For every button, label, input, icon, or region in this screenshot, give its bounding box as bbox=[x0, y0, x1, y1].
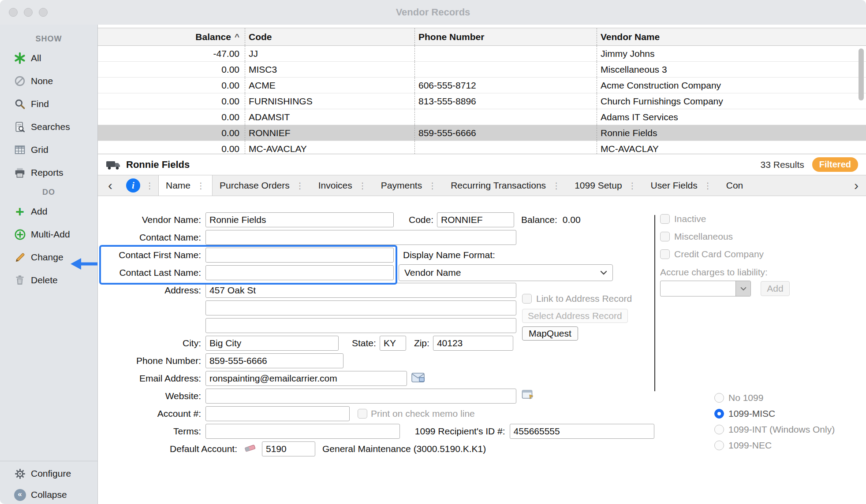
account-row: Account #: Print on check memo line bbox=[98, 405, 654, 422]
table-row[interactable]: 0.00 MC-AVACLAY MC-AVACLAY bbox=[98, 141, 866, 154]
accrue-add-button[interactable]: Add bbox=[761, 281, 790, 296]
sidebar-item-grid[interactable]: Grid bbox=[0, 138, 97, 161]
phone-input[interactable] bbox=[205, 353, 343, 368]
sidebar-item-reports[interactable]: Reports bbox=[0, 161, 97, 184]
address-line1-input[interactable] bbox=[205, 283, 516, 298]
1099-misc-row: 1099-MISC bbox=[714, 406, 835, 422]
tab-payments[interactable]: Payments ⋮ bbox=[374, 175, 444, 196]
sidebar-item-none[interactable]: None bbox=[0, 70, 97, 93]
sidebar-item-all[interactable]: All bbox=[0, 47, 97, 70]
no-1099-radio[interactable] bbox=[714, 393, 724, 403]
column-header-phone[interactable]: Phone Number bbox=[414, 28, 597, 45]
eraser-icon[interactable] bbox=[243, 443, 257, 455]
accrue-liability-label: Accrue charges to liability: bbox=[660, 266, 790, 279]
sidebar-item-delete[interactable]: Delete bbox=[0, 269, 97, 292]
contact-last-name-input[interactable] bbox=[205, 265, 394, 280]
send-email-icon[interactable] bbox=[411, 372, 425, 385]
tab-label: 1099 Setup bbox=[575, 180, 622, 191]
1099-nec-radio[interactable] bbox=[714, 441, 724, 450]
collapse-circle-icon: « bbox=[12, 488, 27, 502]
cell-phone: 813-555-8896 bbox=[414, 93, 597, 109]
sidebar-item-change[interactable]: Change bbox=[0, 246, 97, 269]
credit-card-company-checkbox[interactable] bbox=[660, 249, 670, 259]
close-button[interactable] bbox=[9, 8, 18, 17]
chevron-down-icon bbox=[600, 271, 607, 275]
print-memo-checkbox[interactable] bbox=[358, 409, 367, 419]
state-input[interactable] bbox=[380, 336, 406, 351]
filtered-badge: Filtered bbox=[812, 157, 858, 172]
tabs-scroll-right-button[interactable]: › bbox=[847, 175, 866, 196]
link-address-row: Link to Address Record bbox=[522, 292, 668, 305]
table-scrollbar[interactable] bbox=[859, 48, 864, 100]
miscellaneous-row: Miscellaneous bbox=[660, 228, 790, 245]
recipient-id-input[interactable] bbox=[510, 424, 654, 439]
tab-1099-setup[interactable]: 1099 Setup ⋮ bbox=[567, 175, 643, 196]
link-address-label: Link to Address Record bbox=[536, 293, 632, 304]
zip-input[interactable] bbox=[433, 336, 513, 351]
accrue-liability-dropdown[interactable] bbox=[660, 281, 751, 296]
mapquest-button[interactable]: MapQuest bbox=[522, 326, 578, 341]
tab-info[interactable]: i ⋮ bbox=[120, 175, 158, 196]
link-address-checkbox[interactable] bbox=[522, 294, 532, 304]
table-row[interactable]: 0.00 ACME 606-555-8712 Acme Construction… bbox=[98, 78, 866, 93]
1099-int-row: 1099-INT (Windows Only) bbox=[714, 422, 835, 437]
miscellaneous-checkbox[interactable] bbox=[660, 232, 670, 241]
tab-contacts-truncated[interactable]: Con bbox=[719, 175, 756, 196]
1099-misc-radio[interactable] bbox=[714, 409, 724, 419]
cell-phone: 606-555-8712 bbox=[414, 78, 597, 93]
account-number-input[interactable] bbox=[205, 406, 350, 421]
open-website-icon[interactable] bbox=[522, 389, 535, 403]
table-row[interactable]: 0.00 MISC3 Miscellaneous 3 bbox=[98, 62, 866, 78]
terms-input[interactable] bbox=[205, 424, 400, 439]
address-record-cluster: Link to Address Record Select Address Re… bbox=[522, 292, 668, 341]
sidebar-item-add[interactable]: + Add bbox=[0, 200, 97, 223]
tab-separator-dots: ⋮ bbox=[296, 181, 304, 191]
1099-misc-label: 1099-MISC bbox=[728, 408, 775, 419]
column-header-balance[interactable]: Balance ^ bbox=[98, 28, 245, 45]
zoom-button[interactable] bbox=[39, 8, 48, 17]
vendor-table: -47.00 JJ Jimmy Johns 0.00 MISC3 Miscell… bbox=[98, 46, 866, 154]
address-line2-input[interactable] bbox=[205, 300, 516, 315]
table-row-selected[interactable]: 0.00 RONNIEF 859-555-6666 Ronnie Fields bbox=[98, 125, 866, 141]
address-line3-input[interactable] bbox=[205, 318, 516, 333]
website-label: Website: bbox=[98, 391, 205, 401]
table-row[interactable]: 0.00 ADAMSIT Adams IT Services bbox=[98, 109, 866, 125]
tab-invoices[interactable]: Invoices ⋮ bbox=[311, 175, 374, 196]
table-row[interactable]: -47.00 JJ Jimmy Johns bbox=[98, 46, 866, 62]
email-input[interactable] bbox=[205, 371, 407, 386]
sidebar-item-find[interactable]: Find bbox=[0, 93, 97, 115]
tab-label: Invoices bbox=[318, 180, 352, 191]
column-header-label: Code bbox=[249, 32, 272, 42]
tab-user-fields[interactable]: User Fields ⋮ bbox=[644, 175, 719, 196]
table-row[interactable]: 0.00 FURNISHINGS 813-555-8896 Church Fur… bbox=[98, 93, 866, 109]
sidebar-item-multi-add[interactable]: Multi-Add bbox=[0, 223, 97, 246]
column-header-label: Phone Number bbox=[418, 32, 484, 42]
1099-int-radio[interactable] bbox=[714, 425, 724, 434]
default-account-input[interactable] bbox=[262, 441, 315, 456]
contact-name-row: Contact Name: bbox=[98, 229, 654, 246]
column-header-code[interactable]: Code bbox=[245, 28, 414, 45]
cell-vendor: Church Furnishings Company bbox=[597, 93, 866, 109]
tab-recurring-transactions[interactable]: Recurring Transactions ⋮ bbox=[444, 175, 567, 196]
cell-vendor: Miscellaneous 3 bbox=[597, 62, 866, 77]
minimize-button[interactable] bbox=[24, 8, 33, 17]
sidebar-item-searches[interactable]: Searches bbox=[0, 115, 97, 138]
website-input[interactable] bbox=[205, 389, 516, 404]
column-header-vendor[interactable]: Vendor Name bbox=[597, 28, 866, 45]
sidebar-item-configure[interactable]: Configure bbox=[0, 463, 97, 484]
document-search-icon bbox=[12, 120, 27, 134]
inactive-row: Inactive bbox=[660, 210, 790, 228]
inactive-checkbox[interactable] bbox=[660, 214, 670, 224]
city-input[interactable] bbox=[205, 336, 339, 351]
select-address-record-button[interactable]: Select Address Record bbox=[522, 309, 628, 323]
tabs-scroll-left-button[interactable]: ‹ bbox=[101, 175, 120, 196]
sidebar-item-collapse[interactable]: « Collapse bbox=[0, 484, 97, 504]
vendor-name-input[interactable] bbox=[205, 212, 394, 227]
tab-label: User Fields bbox=[651, 180, 698, 191]
code-input[interactable] bbox=[437, 212, 514, 227]
contact-first-name-input[interactable] bbox=[205, 248, 394, 263]
tab-purchase-orders[interactable]: Purchase Orders ⋮ bbox=[213, 175, 311, 196]
contact-name-input[interactable] bbox=[205, 230, 516, 245]
display-name-format-dropdown[interactable]: Vendor Name bbox=[399, 264, 613, 281]
tab-name[interactable]: Name ⋮ bbox=[158, 175, 213, 196]
